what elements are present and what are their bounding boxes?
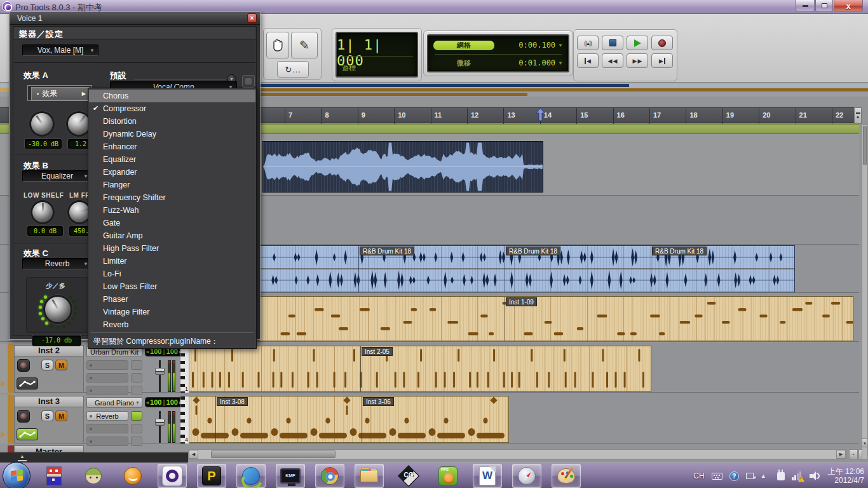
scroll-down-arrow[interactable]: ▼: [862, 438, 868, 447]
menu-learn-about-item[interactable]: 學習關於 Compressor:plugInName：: [93, 336, 219, 347]
menu-item-flanger[interactable]: Flanger: [89, 179, 255, 191]
track-inst-2-record-button[interactable]: [17, 359, 30, 372]
menu-item-frequency-shifter[interactable]: Frequency Shifter: [89, 191, 255, 204]
ruler-bar-22[interactable]: 22: [836, 111, 843, 119]
menu-item-expander[interactable]: Expander: [89, 166, 255, 179]
start-button[interactable]: [3, 462, 31, 488]
menu-item-fuzz-wah[interactable]: Fuzz-Wah: [89, 204, 255, 217]
ruler-bar-21[interactable]: 21: [799, 111, 807, 119]
track-inst-3-instrument-dropdown[interactable]: Grand Piano▼: [86, 397, 142, 408]
effect-c-knob[interactable]: [45, 297, 71, 322]
menu-item-enhancer[interactable]: Enhancer: [89, 140, 255, 153]
return-to-start-button[interactable]: ◀: [577, 53, 599, 68]
drum-clip-label[interactable]: R&B Drum Kit 18: [360, 247, 414, 255]
ruler-bar-9[interactable]: 9: [362, 111, 365, 119]
track-master-name[interactable]: Master: [14, 445, 84, 452]
compare-button[interactable]: [242, 75, 255, 88]
track-inst-2-piano-keys[interactable]: 1: [180, 345, 189, 393]
go-to-end-button[interactable]: ▶: [651, 53, 673, 68]
menu-item-compressor[interactable]: ✔Compressor: [89, 102, 255, 115]
taskbar-pixel-game-icon[interactable]: [39, 464, 69, 488]
ruler-bar-16[interactable]: 16: [617, 111, 625, 119]
effect-b-knob-2[interactable]: [69, 202, 90, 222]
taskbar-kmplayer-icon[interactable]: KMP: [276, 464, 305, 488]
track-inst-2-insert-slot-3[interactable]: [86, 386, 128, 395]
speaker-icon[interactable]: [810, 471, 820, 480]
grid-dropdown-arrow[interactable]: ▼: [558, 43, 563, 48]
track-inst-3-name[interactable]: Inst 3: [14, 396, 84, 407]
inst2-clip-label[interactable]: Inst 2-05: [362, 347, 393, 356]
effect-b-dropdown[interactable]: Equalizer ▼: [22, 170, 92, 182]
restore-button[interactable]: [815, 0, 833, 12]
voice-window-close-button[interactable]: ×: [247, 13, 257, 23]
track-inst-2-solo-button[interactable]: S: [41, 360, 53, 370]
track-inst-3-piano-keys[interactable]: 4: [180, 396, 189, 444]
menu-item-vintage-filter[interactable]: Vintage Filter: [89, 306, 255, 318]
scroll-up-icon[interactable]: ▲: [18, 454, 27, 461]
taskbar-pro-tools-icon[interactable]: [158, 464, 187, 488]
window-switch-icon[interactable]: [746, 473, 754, 479]
taskbar-cyberlink-icon[interactable]: CG: [394, 464, 423, 488]
nudge-label[interactable]: 微移: [433, 58, 494, 68]
ruler-bar-10[interactable]: 10: [398, 111, 405, 119]
effect-a-knob-1[interactable]: [31, 113, 53, 135]
vert-scroll-thumb[interactable]: [863, 126, 867, 165]
ruler-bar-20[interactable]: 20: [763, 111, 770, 119]
power-plug-icon[interactable]: [777, 472, 785, 480]
playback-cursor-marker[interactable]: [536, 108, 545, 121]
track-inst-2-expand-arrow[interactable]: [1, 381, 5, 387]
ruler-bar-12[interactable]: 12: [471, 111, 478, 119]
network-icon[interactable]: [792, 471, 803, 480]
menu-item-equalizer[interactable]: Equalizer: [89, 153, 255, 166]
nudge-row[interactable]: 微移 0:01.000 ▼: [433, 56, 563, 70]
hidden-icons-arrow[interactable]: ▲: [761, 473, 766, 479]
track-inst-3-volume-pan-display[interactable]: ◂100|100▸: [145, 397, 183, 407]
track-inst-2-insert-slot-1[interactable]: [86, 360, 128, 370]
track-inst-3-expand-arrow[interactable]: [1, 431, 5, 438]
track-inst-2-fader[interactable]: [155, 368, 165, 375]
taskbar-paint-icon[interactable]: [552, 464, 581, 488]
track-inst-3-insert-slot-2[interactable]: [86, 424, 128, 433]
track-inst-2-automation-button[interactable]: [17, 377, 38, 390]
track-inst-2-name[interactable]: Inst 2: [14, 345, 84, 356]
inst2-midi-clip[interactable]: Inst 2-05: [187, 346, 651, 392]
drum-clip-label[interactable]: R&B Drum Kit 18: [652, 247, 707, 255]
inst3-clip-label-a[interactable]: Inst 3-08: [217, 397, 248, 406]
menu-item-high-pass-filter[interactable]: High Pass Filter: [89, 242, 255, 255]
record-button[interactable]: [651, 36, 673, 50]
inst3-midi-clip[interactable]: Inst 3-08Inst 3-06: [187, 396, 509, 443]
zoom-out-button[interactable]: -: [849, 449, 858, 459]
taskbar-chrome-icon[interactable]: [315, 464, 344, 488]
track-inst-3-insert-slot-1[interactable]: Reverb: [86, 411, 128, 421]
menu-item-low-pass-filter[interactable]: Low Pass Filter: [89, 280, 255, 293]
horiz-scrollbar[interactable]: ◀ ▶: [188, 449, 846, 459]
ruler-bar-11[interactable]: 11: [435, 111, 442, 119]
track-inst-3-insert-bypass-2[interactable]: [131, 424, 142, 433]
nudge-dropdown-arrow[interactable]: ▼: [558, 60, 563, 66]
effect-c-dropdown[interactable]: Reverb ▼: [22, 258, 92, 269]
nudge-value[interactable]: 0:01.000: [519, 58, 555, 67]
taskbar-p-app-icon[interactable]: P: [197, 464, 226, 488]
menu-item-gate[interactable]: Gate: [89, 217, 255, 229]
close-button[interactable]: x: [834, 0, 863, 12]
fast-forward-button[interactable]: ▶▶: [627, 53, 648, 68]
track-inst-3-insert-bypass-1[interactable]: [131, 411, 142, 421]
ruler-bar-13[interactable]: 13: [507, 111, 515, 119]
grabber-tool-button[interactable]: [266, 32, 289, 58]
loop-playback-button[interactable]: ↻...: [277, 61, 309, 78]
audio-clip[interactable]: [262, 141, 543, 193]
track-inst-2-mute-button[interactable]: M: [55, 360, 67, 370]
menu-item-guitar-amp[interactable]: Guitar Amp: [89, 229, 255, 242]
vert-scrollbar[interactable]: [862, 125, 868, 459]
taskbar-explorer-icon[interactable]: [355, 464, 384, 488]
stop-button[interactable]: [602, 36, 623, 50]
track-inst-2-insert-bypass-3[interactable]: [131, 386, 142, 395]
grid-row[interactable]: 網格 0:00.100 ▼: [433, 38, 563, 52]
ruler-scroll-top-button[interactable]: ▲: [854, 107, 862, 124]
ruler-bar-18[interactable]: 18: [689, 111, 697, 119]
taskbar-headphones-icon[interactable]: [118, 464, 147, 488]
effect-b-knob-1[interactable]: [32, 202, 53, 222]
ruler-bar-8[interactable]: 8: [325, 111, 329, 119]
pencil-tool-button[interactable]: ✎: [291, 32, 318, 58]
main-counter-display[interactable]: 1| 1| 000 遊標: [336, 32, 418, 78]
